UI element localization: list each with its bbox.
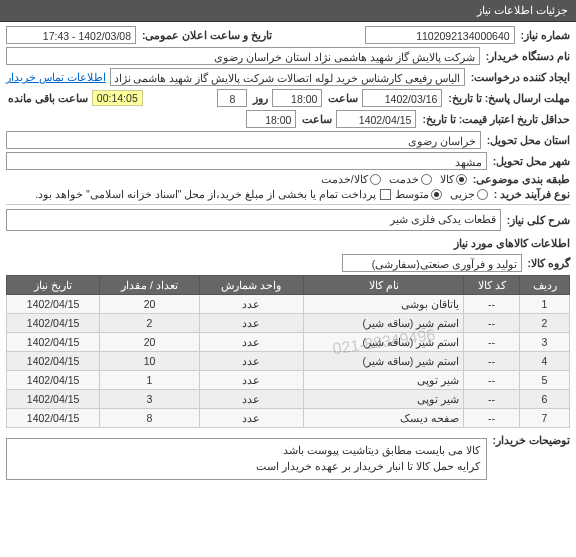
- cell-qty: 3: [100, 390, 200, 409]
- cell-unit: عدد: [199, 390, 303, 409]
- separator: [6, 204, 570, 205]
- table-header-row: ردیف کد کالا نام کالا واحد شمارش تعداد /…: [7, 276, 570, 295]
- cell-unit: عدد: [199, 352, 303, 371]
- cell-qty: 1: [100, 371, 200, 390]
- cell-name: استم شیر (ساقه شیر): [304, 352, 464, 371]
- hour-label-1: ساعت: [326, 92, 358, 104]
- cell-unit: عدد: [199, 295, 303, 314]
- cell-unit: عدد: [199, 371, 303, 390]
- process-medium-label: متوسط: [395, 188, 429, 200]
- cell-date: 1402/04/15: [7, 333, 100, 352]
- cell-date: 1402/04/15: [7, 295, 100, 314]
- process-small-radio[interactable]: جزیی: [450, 188, 488, 200]
- class-service-radio[interactable]: خدمت: [389, 173, 432, 185]
- cell-qty: 10: [100, 352, 200, 371]
- remain-timer: 00:14:05: [92, 90, 143, 106]
- deadline-date: 1402/03/16: [362, 89, 442, 107]
- items-table: ردیف کد کالا نام کالا واحد شمارش تعداد /…: [6, 275, 570, 428]
- class-goods-label: کالا: [440, 173, 454, 185]
- table-row[interactable]: 2--استم شیر (ساقه شیر)عدد21402/04/15: [7, 314, 570, 333]
- panel-header: جزئیات اطلاعات نیاز: [0, 0, 576, 22]
- cell-name: استم شیر (ساقه شیر): [304, 314, 464, 333]
- cell-date: 1402/04/15: [7, 314, 100, 333]
- desc-field: قطعات یدکی فلزی شیر: [6, 209, 501, 231]
- class-service-label: خدمت: [389, 173, 419, 185]
- table-row[interactable]: 7--صفحه دیسکعدد81402/04/15: [7, 409, 570, 428]
- buyer-field: شرکت پالایش گاز شهید هاشمی نژاد استان خر…: [6, 47, 480, 65]
- treasury-checkbox[interactable]: [380, 189, 391, 200]
- cell-qty: 20: [100, 333, 200, 352]
- cell-code: --: [464, 371, 520, 390]
- table-row[interactable]: 6--شیر توپیعدد31402/04/15: [7, 390, 570, 409]
- validity-label: حداقل تاریخ اعتبار قیمت: تا تاریخ:: [420, 113, 570, 125]
- panel-title: جزئیات اطلاعات نیاز: [477, 4, 568, 16]
- creator-field: الیاس رفیعی کارشناس خرید لوله اتصالات شر…: [110, 68, 465, 86]
- buyer-notes-line1: کالا می بایست مطابق دیتاشیت پیوست باشد: [13, 443, 480, 459]
- buyer-label: نام دستگاه خریدار:: [484, 50, 570, 62]
- deadline-time: 18:00: [272, 89, 322, 107]
- province-field: خراسان رضوی: [6, 131, 481, 149]
- table-row[interactable]: 1--یاتاقان بوشیعدد201402/04/15: [7, 295, 570, 314]
- th-unit: واحد شمارش: [199, 276, 303, 295]
- process-label: نوع فرآیند خرید :: [492, 188, 570, 200]
- th-date: تاریخ نیاز: [7, 276, 100, 295]
- th-code: کد کالا: [464, 276, 520, 295]
- cell-unit: عدد: [199, 314, 303, 333]
- cell-date: 1402/04/15: [7, 371, 100, 390]
- cell-date: 1402/04/15: [7, 409, 100, 428]
- table-row[interactable]: 5--شیر توپیعدد11402/04/15: [7, 371, 570, 390]
- class-goods-radio[interactable]: کالا: [440, 173, 467, 185]
- cell-code: --: [464, 333, 520, 352]
- group-field: تولید و فرآوری صنعتی(سفارشی): [342, 254, 522, 272]
- group-label: گروه کالا:: [526, 257, 570, 269]
- cell-date: 1402/04/15: [7, 390, 100, 409]
- form-area: شماره نیاز: 1102092134000640 تاریخ و ساع…: [0, 22, 576, 487]
- table-row[interactable]: 3--استم شیر (ساقه شیر)021-88349496عدد201…: [7, 333, 570, 352]
- cell-qty: 2: [100, 314, 200, 333]
- class-label: طبقه بندی موضوعی:: [471, 173, 570, 185]
- contact-link[interactable]: اطلاعات تماس خریدار: [6, 71, 106, 83]
- th-name: نام کالا: [304, 276, 464, 295]
- cell-code: --: [464, 295, 520, 314]
- cell-unit: عدد: [199, 409, 303, 428]
- cell-code: --: [464, 352, 520, 371]
- items-section-title: اطلاعات کالاهای مورد نیاز: [6, 237, 570, 250]
- cell-qty: 20: [100, 295, 200, 314]
- cell-row: 7: [520, 409, 570, 428]
- remain-label: ساعت باقی مانده: [6, 92, 88, 104]
- days-field: 8: [217, 89, 247, 107]
- validity-date: 1402/04/15: [336, 110, 416, 128]
- cell-name: شیر توپی: [304, 371, 464, 390]
- hour-label-2: ساعت: [300, 113, 332, 125]
- cell-row: 4: [520, 352, 570, 371]
- buyer-notes-label: توضیحات خریدار:: [491, 434, 570, 446]
- cell-row: 1: [520, 295, 570, 314]
- cell-name: یاتاقان بوشی: [304, 295, 464, 314]
- announce-label: تاریخ و ساعت اعلان عمومی:: [140, 29, 272, 41]
- buyer-notes-line2: کرایه حمل کالا تا انبار خریدار بر عهده خ…: [13, 459, 480, 475]
- cell-date: 1402/04/15: [7, 352, 100, 371]
- cell-row: 5: [520, 371, 570, 390]
- need-no-field: 1102092134000640: [365, 26, 515, 44]
- cell-row: 3: [520, 333, 570, 352]
- cell-code: --: [464, 390, 520, 409]
- process-small-label: جزیی: [450, 188, 475, 200]
- buyer-notes-box: کالا می بایست مطابق دیتاشیت پیوست باشد ک…: [6, 438, 487, 480]
- city-label: شهر محل تحویل:: [491, 155, 570, 167]
- announce-field: 1402/03/08 - 17:43: [6, 26, 136, 44]
- cell-row: 6: [520, 390, 570, 409]
- day-label: روز: [251, 92, 268, 104]
- cell-code: --: [464, 409, 520, 428]
- creator-label: ایجاد کننده درخواست:: [469, 71, 570, 83]
- class-both-radio[interactable]: کالا/خدمت: [321, 173, 381, 185]
- class-radio-group: کالا خدمت کالا/خدمت: [321, 173, 467, 185]
- process-medium-radio[interactable]: متوسط: [395, 188, 442, 200]
- validity-time: 18:00: [246, 110, 296, 128]
- desc-label: شرح کلی نیاز:: [505, 214, 570, 226]
- cell-qty: 8: [100, 409, 200, 428]
- table-row[interactable]: 4--استم شیر (ساقه شیر)عدد101402/04/15: [7, 352, 570, 371]
- process-note: پرداخت تمام یا بخشی از مبلغ خرید،از محل …: [35, 188, 375, 200]
- need-no-label: شماره نیاز:: [519, 29, 570, 41]
- cell-unit: عدد: [199, 333, 303, 352]
- deadline-label: مهلت ارسال پاسخ: تا تاریخ:: [446, 92, 570, 104]
